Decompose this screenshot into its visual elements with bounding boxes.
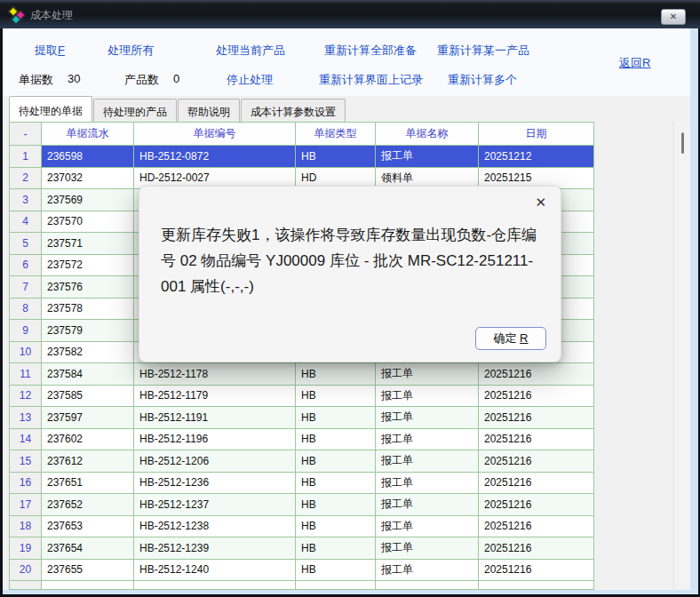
cell-serial: 237655: [42, 560, 134, 582]
cell-num[interactable]: 10: [10, 342, 42, 364]
cell-type: HB: [296, 537, 376, 560]
cell-empty: [42, 581, 134, 590]
header-doc-code[interactable]: 单据编号: [134, 123, 296, 146]
cell-date: 20251216: [479, 537, 594, 560]
cell-num[interactable]: 8: [10, 298, 42, 321]
cell-empty: [479, 581, 594, 590]
dialog-ok-button[interactable]: 确定 R: [475, 327, 546, 350]
header-doc-type[interactable]: 单据类型: [296, 123, 376, 146]
extract-button[interactable]: 提取F: [35, 43, 65, 59]
table-row[interactable]: 13237597HB-2512-1191HB报工单20251216: [10, 407, 594, 429]
document-counter: 单据数 30: [19, 72, 80, 88]
recalc-multiple-button[interactable]: 重新计算多个: [448, 72, 517, 88]
table-row[interactable]: 15237612HB-2512-1206HB报工单20251216: [10, 450, 594, 473]
stop-processing-button[interactable]: 停止处理: [227, 72, 273, 88]
cell-name: 报工单: [376, 407, 479, 429]
process-current-product-button[interactable]: 处理当前产品: [216, 43, 285, 59]
cell-num[interactable]: 18: [10, 516, 42, 538]
table-row[interactable]: 14237602HB-2512-1196HB报工单20251216: [10, 429, 594, 451]
cell-serial: 237612: [42, 450, 134, 473]
cell-date: 20251216: [479, 473, 594, 495]
cell-name: 报工单: [376, 494, 479, 516]
window-content: 提取F 处理所有 处理当前产品 重新计算全部准备 重新计算某一产品 返回R 单据…: [3, 28, 690, 590]
cell-name: 报工单: [376, 560, 479, 582]
app-window: 成本处理 ✕ 提取F 处理所有 处理当前产品 重新计算全部准备 重新计算某一产品…: [0, 0, 700, 597]
cell-name: 报工单: [376, 473, 479, 495]
recalc-screen-records-button[interactable]: 重新计算界面上记录: [319, 72, 423, 88]
cell-serial: 236598: [42, 146, 134, 168]
cell-num[interactable]: 16: [10, 473, 42, 495]
return-button[interactable]: 返回R: [619, 55, 650, 71]
table-row[interactable]: 11237584HB-2512-1178HB报工单20251216: [10, 363, 594, 386]
recalc-all-prep-button[interactable]: 重新计算全部准备: [324, 43, 417, 59]
cell-type: HB: [296, 473, 376, 495]
cell-code: HB-2512-1191: [134, 407, 296, 429]
cell-empty: [296, 581, 376, 590]
cell-type: HB: [296, 494, 376, 516]
table-row[interactable]: 12237585HB-2512-1179HB报工单20251216: [10, 386, 594, 408]
cell-date: 20251216: [479, 407, 594, 429]
cell-code: HB-2512-1236: [134, 473, 296, 495]
table-row[interactable]: 19237654HB-2512-1239HB报工单20251216: [10, 537, 594, 560]
cell-serial: 237578: [42, 298, 134, 321]
cell-code: HB-2512-1239: [134, 537, 296, 560]
cell-name: 报工单: [376, 429, 479, 451]
cell-date: 20251216: [479, 429, 594, 451]
document-counter-value: 30: [68, 72, 80, 88]
vertical-scrollbar[interactable]: [673, 122, 690, 589]
table-row[interactable]: 17237652HB-2512-1237HB报工单20251216: [10, 494, 594, 516]
cell-num[interactable]: 5: [10, 233, 42, 255]
dialog-close-icon[interactable]: ✕: [535, 195, 546, 209]
error-dialog: ✕ 更新库存失败1，该操作将导致库存数量出现负数-仓库编号 02 物品编号 YJ…: [139, 186, 561, 362]
header-rownum[interactable]: -: [10, 123, 42, 146]
window-close-button[interactable]: ✕: [661, 9, 686, 25]
cell-num[interactable]: 20: [10, 560, 42, 582]
cell-name: 报工单: [376, 537, 479, 560]
cell-num[interactable]: 7: [10, 276, 42, 298]
cell-type: HB: [296, 516, 376, 538]
tab-cost-parameters[interactable]: 成本计算参数设置: [241, 99, 346, 122]
table-row[interactable]: 20237655HB-2512-1240HB报工单20251216: [10, 560, 594, 582]
process-all-button[interactable]: 处理所有: [107, 43, 154, 59]
cell-num[interactable]: 13: [10, 407, 42, 429]
tab-pending-documents[interactable]: 待处理的单据: [9, 96, 92, 122]
cell-num[interactable]: 1: [10, 146, 42, 168]
tab-help[interactable]: 帮助说明: [178, 99, 240, 122]
cell-date: 20251216: [479, 516, 594, 538]
cell-date: 20251216: [479, 450, 594, 473]
table-row[interactable]: 18237653HB-2512-1238HB报工单20251216: [10, 516, 594, 538]
cell-name: 报工单: [376, 516, 479, 538]
cell-num[interactable]: 6: [10, 255, 42, 277]
cell-num[interactable]: 19: [10, 537, 42, 560]
window-title: 成本处理: [30, 8, 73, 23]
header-doc-name[interactable]: 单据名称: [376, 123, 479, 146]
header-date[interactable]: 日期: [479, 123, 594, 146]
dialog-message: 更新库存失败1，该操作将导致库存数量出现负数-仓库编号 02 物品编号 YJ00…: [161, 222, 543, 299]
cell-num[interactable]: 11: [10, 363, 42, 386]
table-row[interactable]: 1236598HB-2512-0872HB报工单20251212: [10, 146, 594, 168]
cell-num[interactable]: 2: [10, 168, 42, 190]
cell-type: HB: [296, 407, 376, 429]
header-serial[interactable]: 单据流水: [42, 123, 134, 146]
scrollbar-thumb[interactable]: [681, 132, 684, 154]
cell-num[interactable]: 14: [10, 429, 42, 451]
cell-date: 20251212: [479, 146, 594, 168]
cell-serial: 237653: [42, 516, 134, 538]
cell-serial: 237602: [42, 429, 134, 451]
cell-num[interactable]: 4: [10, 211, 42, 234]
cell-num[interactable]: 12: [10, 386, 42, 408]
cell-num[interactable]: 3: [10, 189, 42, 211]
product-counter-label: 产品数: [124, 72, 159, 88]
table-row[interactable]: 16237651HB-2512-1236HB报工单20251216: [10, 473, 594, 495]
cell-num[interactable]: 17: [10, 494, 42, 516]
cell-serial: 237652: [42, 494, 134, 516]
cell-date: 20251216: [479, 560, 594, 582]
recalc-one-product-button[interactable]: 重新计算某一产品: [437, 43, 529, 59]
cell-empty: [10, 581, 42, 590]
tab-pending-products[interactable]: 待处理的产品: [93, 99, 177, 122]
cell-num[interactable]: 9: [10, 320, 42, 342]
cell-type: HB: [296, 363, 376, 386]
cell-num[interactable]: 15: [10, 450, 42, 473]
cell-serial: 237651: [42, 473, 134, 495]
toolbar: 提取F 处理所有 处理当前产品 重新计算全部准备 重新计算某一产品 返回R 单据…: [3, 28, 690, 96]
